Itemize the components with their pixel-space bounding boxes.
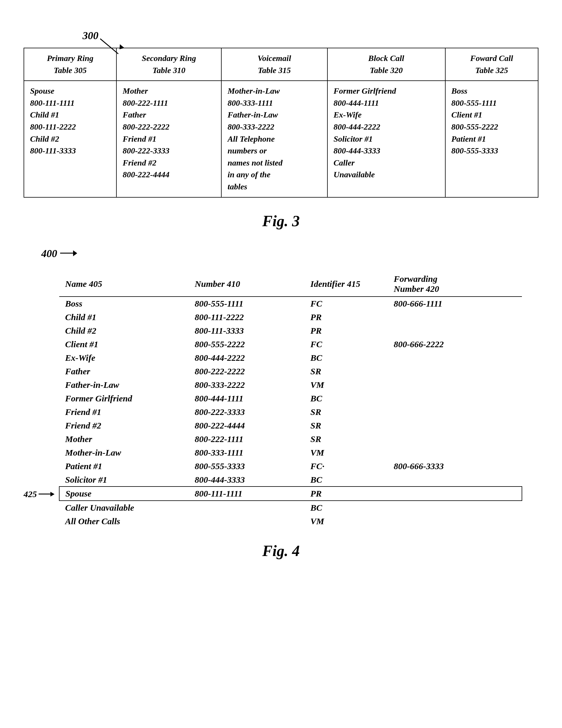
fig4-cell-fwd-15 bbox=[388, 501, 522, 514]
fig4-cell-fwd-5 bbox=[388, 365, 522, 378]
fig3-data-row: Spouse800-111-1111Child #1800-111-2222Ch… bbox=[24, 81, 538, 197]
fig4-cell-id-16: VM bbox=[305, 514, 388, 528]
fig4-cell-fwd-11 bbox=[388, 446, 522, 459]
fig4-col-forwarding: ForwardingNumber 420 bbox=[388, 272, 522, 297]
fig4-cell-id-5: SR bbox=[305, 365, 388, 378]
fig4-row-15: Caller UnavailableBC bbox=[59, 501, 522, 514]
fig4-cell-number-6: 800-333-2222 bbox=[189, 378, 305, 392]
fig4-cell-name-9: Friend #2 bbox=[59, 419, 189, 432]
fig4-row-10: Mother800-222-1111SR bbox=[59, 432, 522, 446]
fig4-cell-number-15 bbox=[189, 501, 305, 514]
fig4-cell-number-3: 800-555-2222 bbox=[189, 337, 305, 351]
fig3-header-row: Primary RingTable 305 Secondary RingTabl… bbox=[24, 48, 538, 81]
fig4-cell-number-10: 800-222-1111 bbox=[189, 432, 305, 446]
fig4-cell-name-13: Solicitor #1 bbox=[59, 473, 189, 487]
fig4-cell-fwd-0: 800-666-1111 bbox=[388, 297, 522, 310]
fig4-cell-name-5: Father bbox=[59, 365, 189, 378]
fig4-row-14: Spouse800-111-1111PR bbox=[59, 487, 522, 501]
fig4-cell-name-7: Former Girlfriend bbox=[59, 392, 189, 405]
fig4-row-12: Patient #1800-555-3333FC·800-666-3333 bbox=[59, 459, 522, 473]
fig4-cell-name-4: Ex-Wife bbox=[59, 351, 189, 365]
fig4-caption: Fig. 4 bbox=[24, 542, 538, 560]
fig4-table: Name 405 Number 410 Identifier 415 Forwa… bbox=[59, 272, 522, 528]
fig4-cell-id-10: SR bbox=[305, 432, 388, 446]
fig4-cell-number-4: 800-444-2222 bbox=[189, 351, 305, 365]
fig4-cell-id-1: PR bbox=[305, 310, 388, 324]
fig4-cell-number-8: 800-222-3333 bbox=[189, 405, 305, 419]
fig4-row-7: Former Girlfriend800-444-1111BC bbox=[59, 392, 522, 405]
fig4-cell-name-0: Boss bbox=[59, 297, 189, 310]
fig4-cell-fwd-16 bbox=[388, 514, 522, 528]
fig4-cell-name-1: Child #1 bbox=[59, 310, 189, 324]
fig4-cell-fwd-9 bbox=[388, 419, 522, 432]
fig3-label: 300 bbox=[82, 29, 98, 42]
fig4-row-2: Child #2800-111-3333PR bbox=[59, 324, 522, 337]
fig4-cell-id-7: BC bbox=[305, 392, 388, 405]
fig4-cell-fwd-8 bbox=[388, 405, 522, 419]
fig4-cell-number-9: 800-222-4444 bbox=[189, 419, 305, 432]
fig4-cell-fwd-13 bbox=[388, 473, 522, 487]
fig4-row-13: Solicitor #1800-444-3333BC bbox=[59, 473, 522, 487]
fig4-section: 400 Name 405 Number 410 Identifier 415 F… bbox=[24, 247, 538, 560]
fig4-cell-name-11: Mother-in-Law bbox=[59, 446, 189, 459]
fig4-cell-name-8: Friend #1 bbox=[59, 405, 189, 419]
fig4-cell-number-7: 800-444-1111 bbox=[189, 392, 305, 405]
fig4-cell-id-0: FC bbox=[305, 297, 388, 310]
fig4-cell-name-16: All Other Calls bbox=[59, 514, 189, 528]
fig4-cell-id-9: SR bbox=[305, 419, 388, 432]
fig4-cell-name-15: Caller Unavailable bbox=[59, 501, 189, 514]
fig4-cell-number-12: 800-555-3333 bbox=[189, 459, 305, 473]
fig3-cell-forward: Boss800-555-1111Client #1800-555-2222Pat… bbox=[445, 81, 538, 197]
fig4-cell-id-4: BC bbox=[305, 351, 388, 365]
fig4-425-label: 425 bbox=[24, 489, 54, 499]
fig4-header-row: Name 405 Number 410 Identifier 415 Forwa… bbox=[59, 272, 522, 297]
fig4-cell-number-0: 800-555-1111 bbox=[189, 297, 305, 310]
fig4-cell-id-12: FC· bbox=[305, 459, 388, 473]
fig3-section: 300 Primary RingTable 305 Secondary Ring… bbox=[24, 29, 538, 230]
fig4-col-number: Number 410 bbox=[189, 272, 305, 297]
fig4-cell-id-6: VM bbox=[305, 378, 388, 392]
fig4-label: 400 bbox=[41, 247, 57, 260]
fig4-cell-name-6: Father-in-Law bbox=[59, 378, 189, 392]
fig4-cell-fwd-6 bbox=[388, 378, 522, 392]
fig4-cell-id-2: PR bbox=[305, 324, 388, 337]
fig4-cell-id-3: FC bbox=[305, 337, 388, 351]
fig4-cell-id-15: BC bbox=[305, 501, 388, 514]
fig4-cell-number-11: 800-333-1111 bbox=[189, 446, 305, 459]
fig3-col-forward: Foward CallTable 325 bbox=[445, 48, 538, 81]
fig4-row-0: Boss800-555-1111FC800-666-1111 bbox=[59, 297, 522, 310]
fig4-cell-fwd-2 bbox=[388, 324, 522, 337]
fig4-row-11: Mother-in-Law800-333-1111VM bbox=[59, 446, 522, 459]
fig4-cell-name-14: Spouse bbox=[59, 487, 189, 501]
fig4-row-16: All Other CallsVM bbox=[59, 514, 522, 528]
fig3-cell-primary: Spouse800-111-1111Child #1800-111-2222Ch… bbox=[24, 81, 116, 197]
fig4-cell-name-2: Child #2 bbox=[59, 324, 189, 337]
fig4-cell-fwd-3: 800-666-2222 bbox=[388, 337, 522, 351]
fig4-cell-fwd-4 bbox=[388, 351, 522, 365]
fig4-cell-id-11: VM bbox=[305, 446, 388, 459]
fig4-cell-number-2: 800-111-3333 bbox=[189, 324, 305, 337]
fig4-cell-number-14: 800-111-1111 bbox=[189, 487, 305, 501]
fig4-cell-fwd-10 bbox=[388, 432, 522, 446]
fig4-col-name: Name 405 bbox=[59, 272, 189, 297]
fig3-cell-secondary: Mother800-222-1111Father800-222-2222Frie… bbox=[116, 81, 221, 197]
fig4-row-3: Client #1800-555-2222FC800-666-2222 bbox=[59, 337, 522, 351]
fig4-row-8: Friend #1800-222-3333SR bbox=[59, 405, 522, 419]
fig4-row-9: Friend #2800-222-4444SR bbox=[59, 419, 522, 432]
fig4-cell-fwd-1 bbox=[388, 310, 522, 324]
fig4-cell-id-13: BC bbox=[305, 473, 388, 487]
fig4-cell-id-14: PR bbox=[305, 487, 388, 501]
fig3-caption: Fig. 3 bbox=[24, 212, 538, 230]
fig4-cell-fwd-7 bbox=[388, 392, 522, 405]
fig3-table: Primary RingTable 305 Secondary RingTabl… bbox=[24, 48, 538, 198]
fig4-row-1: Child #1800-111-2222PR bbox=[59, 310, 522, 324]
fig4-cell-name-12: Patient #1 bbox=[59, 459, 189, 473]
fig3-cell-block: Former Girlfriend800-444-1111Ex-Wife800-… bbox=[328, 81, 445, 197]
fig3-col-block: Block CallTable 320 bbox=[328, 48, 445, 81]
fig4-cell-number-16 bbox=[189, 514, 305, 528]
fig4-col-identifier: Identifier 415 bbox=[305, 272, 388, 297]
fig4-cell-number-1: 800-111-2222 bbox=[189, 310, 305, 324]
fig3-cell-voicemail: Mother-in-Law800-333-1111Father-in-Law80… bbox=[221, 81, 328, 197]
fig3-col-voicemail: VoicemailTable 315 bbox=[221, 48, 328, 81]
fig3-col-secondary: Secondary RingTable 310 bbox=[116, 48, 221, 81]
